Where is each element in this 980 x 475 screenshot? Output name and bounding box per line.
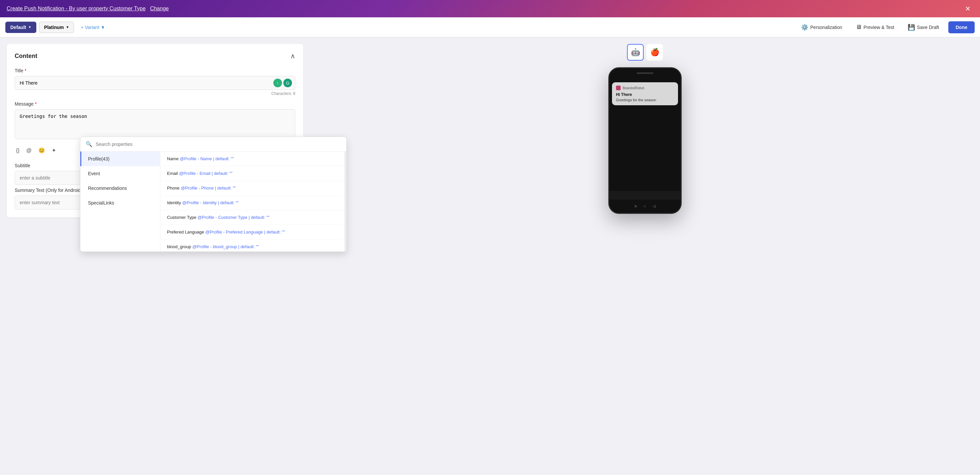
default-dropdown[interactable]: Default ▼ xyxy=(5,22,37,33)
popup-search-icon: 🔍 xyxy=(86,141,92,147)
default-arrow-icon: ▼ xyxy=(28,25,31,29)
left-panel: Content ∧ Title * ↑ G Characters: 8 xyxy=(0,37,310,475)
message-wrapper: Greetings for the season xyxy=(15,109,295,141)
close-button[interactable]: ✕ xyxy=(963,3,973,14)
title-field: Title * ↑ G Characters: 8 xyxy=(15,68,295,96)
message-required-star: * xyxy=(35,101,37,106)
title-required-star: * xyxy=(25,68,26,73)
phone-notch xyxy=(609,68,681,78)
save-draft-button[interactable]: 💾 Save Draft xyxy=(904,21,943,33)
preview-test-label: Preview & Test xyxy=(864,25,894,30)
phone-nav-circle-icon: ○ xyxy=(643,204,646,208)
at-symbol-btn[interactable]: @ xyxy=(25,146,33,155)
sparkle-btn[interactable]: ✦ xyxy=(50,146,57,155)
message-textarea[interactable]: Greetings for the season xyxy=(15,109,295,139)
emoji-btn[interactable]: 😊 xyxy=(37,146,46,155)
save-draft-label: Save Draft xyxy=(917,25,939,30)
category-event[interactable]: Event xyxy=(80,166,160,181)
notification-card: BeardedRobot Hi There Greetings for the … xyxy=(612,82,678,105)
apple-icon: 🍎 xyxy=(650,48,659,57)
property-identity[interactable]: Identity @Profile - Identity | default: … xyxy=(160,195,310,210)
property-phone[interactable]: Phone @Profile - Phone | default: "" xyxy=(160,181,310,195)
title-icon-btn-2[interactable]: G xyxy=(283,79,292,87)
card-header: Content ∧ xyxy=(15,52,295,60)
popup-body: Profile(43) Event Recommendations Specia… xyxy=(80,152,310,251)
toolbar: Default ▼ Platinum ▼ + Variant ▼ ⚙️ Pers… xyxy=(0,17,980,37)
title-input-icons: ↑ G xyxy=(273,79,292,87)
add-variant-button[interactable]: + Variant ▼ xyxy=(77,22,109,33)
phone-nav-back-icon: ◁ xyxy=(653,204,655,208)
property-prefered-language[interactable]: Prefered Language @Profile - Prefered La… xyxy=(160,225,310,240)
notif-message: Greetings for the season xyxy=(616,98,674,102)
right-panel: 🤖 🍎 BeardedRobot Hi There Greetings for … xyxy=(310,37,980,475)
curly-braces-btn[interactable]: {} xyxy=(15,146,21,155)
notif-app-icon xyxy=(616,86,620,90)
main-area: Content ∧ Title * ↑ G Characters: 8 xyxy=(0,37,980,475)
title-label: Title * xyxy=(15,68,295,73)
personalization-label: Personalization xyxy=(810,25,842,30)
preview-test-button[interactable]: 🖥 Preview & Test xyxy=(852,21,898,33)
default-label: Default xyxy=(10,25,26,30)
header-title: Create Push Notification - By user prope… xyxy=(7,6,963,12)
property-name[interactable]: Name @Profile - Name | default: "" xyxy=(160,152,310,166)
platinum-dropdown[interactable]: Platinum ▼ xyxy=(39,22,74,33)
title-icon-btn-1[interactable]: ↑ xyxy=(273,79,282,87)
popup-search-bar: 🔍 xyxy=(80,137,310,152)
property-customer-type[interactable]: Customer Type @Profile - Customer Type |… xyxy=(160,210,310,225)
category-profile[interactable]: Profile(43) xyxy=(80,152,160,166)
phone-screen: BeardedRobot Hi There Greetings for the … xyxy=(609,78,681,191)
phone-speaker xyxy=(637,72,653,74)
personalization-button[interactable]: ⚙️ Personalization xyxy=(797,21,846,33)
phone-nav-home-icon: ≡ xyxy=(634,204,637,208)
title-input[interactable] xyxy=(15,76,295,90)
toolbar-right: ⚙️ Personalization 🖥 Preview & Test 💾 Sa… xyxy=(797,21,975,33)
notif-header: BeardedRobot xyxy=(616,86,674,90)
platinum-label: Platinum xyxy=(44,25,64,30)
header-title-text: Create Push Notification - By user prope… xyxy=(7,6,146,11)
preview-icon: 🖥 xyxy=(856,24,862,31)
apple-device-btn[interactable]: 🍎 xyxy=(646,44,663,60)
collapse-button[interactable]: ∧ xyxy=(290,52,295,60)
char-count: Characters: 8 xyxy=(15,91,295,96)
change-link[interactable]: Change xyxy=(150,6,169,11)
phone-bottom-bar: ≡ ○ ◁ xyxy=(609,200,681,213)
category-recommendations[interactable]: Recommendations xyxy=(80,181,160,195)
android-device-btn[interactable]: 🤖 xyxy=(627,44,644,60)
personalization-icon: ⚙️ xyxy=(801,24,808,31)
phone-mockup: BeardedRobot Hi There Greetings for the … xyxy=(608,67,682,214)
property-email[interactable]: Email @Profile - Email | default: "" xyxy=(160,166,310,181)
card-title: Content xyxy=(15,52,37,60)
device-toggle: 🤖 🍎 xyxy=(627,44,663,60)
title-input-wrapper: ↑ G xyxy=(15,76,295,90)
category-speciallinks[interactable]: SpecialLinks xyxy=(80,195,160,210)
done-button[interactable]: Done xyxy=(948,21,975,33)
properties-dropdown-popup: 🔍 Profile(43) Event Recommendations Spec… xyxy=(80,137,310,252)
android-icon: 🤖 xyxy=(631,48,640,57)
top-header: Create Push Notification - By user prope… xyxy=(0,0,980,17)
popup-search-input[interactable] xyxy=(95,141,310,147)
save-icon: 💾 xyxy=(908,24,915,31)
variant-arrow-icon: ▼ xyxy=(101,25,105,30)
add-variant-label: + Variant xyxy=(81,25,99,30)
platinum-arrow-icon: ▼ xyxy=(66,25,69,29)
notif-app-name: BeardedRobot xyxy=(623,86,644,90)
property-blood-group[interactable]: blood_group @Profile - blood_group | def… xyxy=(160,240,310,251)
toolbar-left: Default ▼ Platinum ▼ + Variant ▼ xyxy=(5,22,794,33)
message-label: Message * xyxy=(15,101,295,106)
popup-properties-list: Name @Profile - Name | default: "" Email… xyxy=(160,152,310,251)
notif-title: Hi There xyxy=(616,92,674,97)
popup-categories: Profile(43) Event Recommendations Specia… xyxy=(80,152,160,251)
